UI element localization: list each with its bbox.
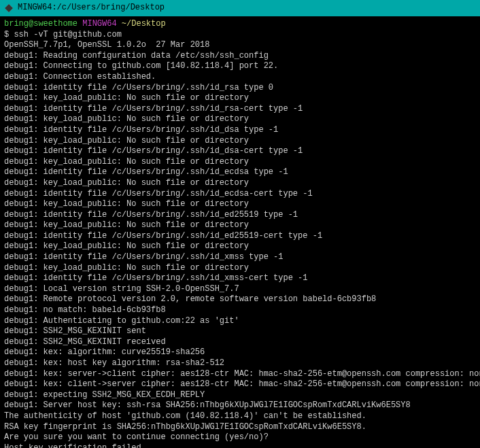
terminal-output: OpenSSH_7.7p1, OpenSSL 1.0.2o 27 Mar 201… — [4, 40, 476, 448]
command-text: ssh -vT git@github.com — [14, 30, 121, 39]
output-line: OpenSSH_7.7p1, OpenSSL 1.0.2o 27 Mar 201… — [4, 40, 476, 51]
output-line: The authenticity of host 'github.com (14… — [4, 411, 476, 422]
output-line: debug1: identity file /c/Users/bring/.ss… — [4, 146, 476, 157]
terminal-area[interactable]: bring@sweethome MINGW64 ~/Desktop $ ssh … — [0, 16, 480, 448]
output-line: debug1: kex: server->client cipher: aes1… — [4, 369, 476, 380]
output-line: debug1: identity file /c/Users/bring/.ss… — [4, 210, 476, 221]
output-line: debug1: key_load_public: No such file or… — [4, 93, 476, 104]
output-line: debug1: key_load_public: No such file or… — [4, 114, 476, 125]
output-line: debug1: Reading configuration data /etc/… — [4, 51, 476, 62]
prompt-symbol: $ — [4, 30, 9, 39]
output-line: debug1: identity file /c/Users/bring/.ss… — [4, 167, 476, 178]
output-line: debug1: identity file /c/Users/bring/.ss… — [4, 83, 476, 94]
svg-marker-0 — [5, 4, 13, 12]
prompt-user: bring@sweethome — [4, 19, 78, 29]
output-line: debug1: kex: client->server cipher: aes1… — [4, 379, 476, 390]
output-line: debug1: SSH2_MSG_KEXINIT sent — [4, 326, 476, 337]
output-line: debug1: key_load_public: No such file or… — [4, 178, 476, 189]
window-title: MINGW64:/c/Users/bring/Desktop — [18, 3, 165, 14]
output-line: debug1: Authenticating to github.com:22 … — [4, 316, 476, 327]
output-line: Host key verification failed. — [4, 443, 476, 448]
output-line: debug1: key_load_public: No such file or… — [4, 241, 476, 252]
prompt-line: bring@sweethome MINGW64 ~/Desktop — [4, 19, 476, 30]
prompt-path: ~/Desktop — [122, 19, 166, 29]
output-line: debug1: identity file /c/Users/bring/.ss… — [4, 273, 476, 284]
output-line: debug1: SSH2_MSG_KEXINIT received — [4, 337, 476, 348]
output-line: debug1: key_load_public: No such file or… — [4, 220, 476, 231]
app-icon — [4, 3, 14, 13]
output-line: debug1: Server host key: ssh-rsa SHA256:… — [4, 400, 476, 411]
output-line: Are you sure you want to continue connec… — [4, 432, 476, 443]
output-line: debug1: Local version string SSH-2.0-Ope… — [4, 284, 476, 295]
output-line: debug1: key_load_public: No such file or… — [4, 263, 476, 274]
output-line: debug1: Remote protocol version 2.0, rem… — [4, 294, 476, 305]
output-line: debug1: key_load_public: No such file or… — [4, 199, 476, 210]
output-line: debug1: Connecting to github.com [140.82… — [4, 61, 476, 72]
output-line: debug1: identity file /c/Users/bring/.ss… — [4, 189, 476, 200]
output-line: debug1: identity file /c/Users/bring/.ss… — [4, 104, 476, 115]
output-line: debug1: kex: host key algorithm: rsa-sha… — [4, 358, 476, 369]
output-line: debug1: identity file /c/Users/bring/.ss… — [4, 252, 476, 263]
output-line: debug1: identity file /c/Users/bring/.ss… — [4, 231, 476, 242]
prompt-env: MINGW64 — [82, 19, 116, 29]
output-line: debug1: kex: algorithm: curve25519-sha25… — [4, 347, 476, 358]
output-line: debug1: expecting SSH2_MSG_KEX_ECDH_REPL… — [4, 390, 476, 401]
output-line: debug1: key_load_public: No such file or… — [4, 157, 476, 168]
window-titlebar[interactable]: MINGW64:/c/Users/bring/Desktop — [0, 0, 480, 16]
output-line: RSA key fingerprint is SHA256:nThbg6kXUp… — [4, 422, 476, 433]
output-line: debug1: key_load_public: No such file or… — [4, 136, 476, 147]
output-line: debug1: no match: babeld-6cb93fb8 — [4, 305, 476, 316]
output-line: debug1: Connection established. — [4, 72, 476, 83]
output-line: debug1: identity file /c/Users/bring/.ss… — [4, 125, 476, 136]
command-line: $ ssh -vT git@github.com — [4, 30, 476, 41]
